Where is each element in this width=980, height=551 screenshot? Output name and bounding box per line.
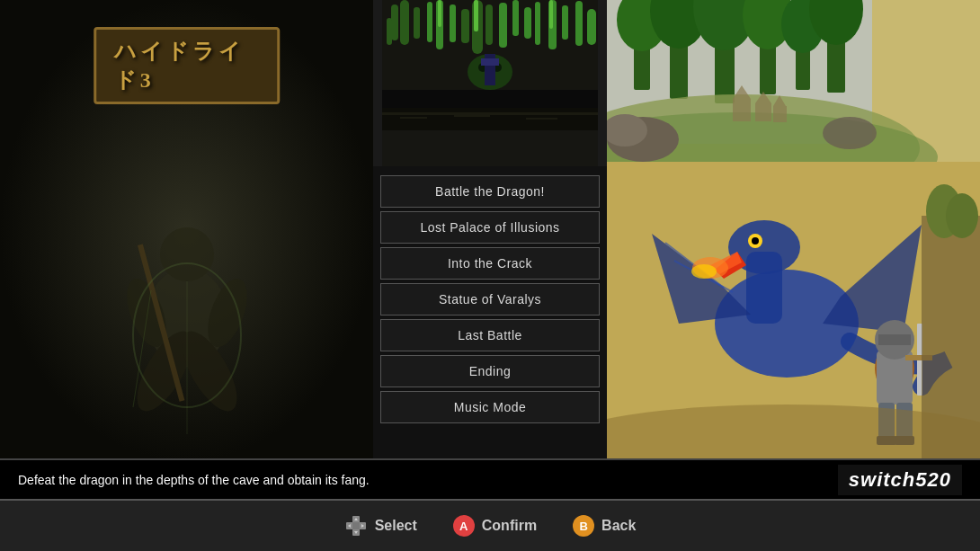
right-panel-artwork bbox=[607, 0, 980, 461]
svg-rect-20 bbox=[461, 9, 469, 43]
svg-rect-29 bbox=[562, 5, 568, 40]
svg-rect-21 bbox=[427, 2, 432, 42]
svg-rect-41 bbox=[382, 112, 598, 115]
svg-rect-16 bbox=[400, 0, 409, 45]
svg-rect-32 bbox=[438, 0, 441, 27]
menu-item-music-mode[interactable]: Music Mode bbox=[380, 391, 600, 423]
dpad-svg bbox=[344, 514, 368, 538]
status-description: Defeat the dragon in the depths of the c… bbox=[18, 473, 838, 487]
confirm-label: Confirm bbox=[482, 518, 537, 534]
menu-item-statue-varalys[interactable]: Statue of Varalys bbox=[380, 283, 600, 315]
svg-rect-104 bbox=[352, 522, 360, 529]
svg-rect-14 bbox=[391, 4, 398, 40]
menu-item-lost-palace[interactable]: Lost Palace of Illusions bbox=[380, 211, 600, 244]
right-panel: EGG console ECSW-0010 Ver 1.0.0 bbox=[607, 0, 980, 461]
svg-point-99 bbox=[607, 404, 980, 461]
svg-rect-43 bbox=[454, 115, 490, 117]
svg-rect-45 bbox=[382, 130, 598, 166]
svg-rect-24 bbox=[499, 3, 507, 48]
back-label: Back bbox=[601, 518, 636, 534]
select-label: Select bbox=[375, 518, 417, 534]
game-preview bbox=[373, 0, 607, 166]
svg-rect-26 bbox=[524, 7, 531, 39]
menu-item-into-crack[interactable]: Into the Crack bbox=[380, 247, 600, 280]
controls-bar: Select A Confirm B Back bbox=[0, 499, 980, 551]
svg-rect-30 bbox=[575, 1, 583, 46]
svg-rect-89 bbox=[878, 334, 911, 345]
svg-rect-19 bbox=[486, 4, 493, 45]
status-bar: Defeat the dragon in the depths of the c… bbox=[0, 458, 980, 499]
svg-point-70 bbox=[823, 117, 877, 149]
svg-rect-15 bbox=[387, 18, 392, 45]
figure-silhouette bbox=[61, 156, 313, 443]
svg-rect-17 bbox=[414, 7, 420, 39]
dpad-icon bbox=[344, 514, 368, 538]
svg-point-84 bbox=[691, 264, 717, 279]
svg-point-3 bbox=[160, 227, 214, 281]
menu-item-ending[interactable]: Ending bbox=[380, 355, 600, 387]
b-button-icon: B bbox=[573, 515, 594, 537]
a-button-icon: A bbox=[453, 515, 475, 537]
svg-rect-27 bbox=[535, 2, 540, 45]
svg-point-98 bbox=[946, 193, 978, 238]
svg-rect-39 bbox=[481, 58, 499, 66]
svg-rect-33 bbox=[474, 0, 478, 31]
center-panel: Battle the Dragon! Lost Palace of Illusi… bbox=[373, 0, 607, 461]
menu-item-battle-dragon[interactable]: Battle the Dragon! bbox=[380, 175, 600, 208]
left-panel-background: ハイドライド3 bbox=[0, 0, 373, 461]
svg-rect-44 bbox=[526, 118, 557, 120]
svg-rect-62 bbox=[733, 99, 751, 121]
svg-rect-34 bbox=[549, 0, 553, 29]
confirm-control: A Confirm bbox=[453, 515, 537, 537]
svg-rect-66 bbox=[773, 106, 787, 122]
svg-point-76 bbox=[752, 237, 759, 244]
svg-rect-31 bbox=[587, 9, 596, 45]
svg-rect-64 bbox=[755, 103, 771, 121]
svg-rect-25 bbox=[512, 0, 519, 36]
select-control: Select bbox=[344, 514, 417, 538]
back-control: B Back bbox=[573, 515, 636, 537]
watermark: switch520 bbox=[838, 465, 962, 495]
left-panel: ハイドライド3 bbox=[0, 0, 373, 461]
svg-rect-23 bbox=[450, 4, 456, 42]
menu-list: Battle the Dragon! Lost Palace of Illusi… bbox=[373, 166, 607, 432]
svg-rect-42 bbox=[400, 117, 427, 119]
menu-item-last-battle[interactable]: Last Battle bbox=[380, 319, 600, 351]
game-logo: ハイドライド3 bbox=[94, 27, 281, 104]
pixel-art-preview bbox=[382, 0, 598, 166]
game-logo-text: ハイドライド3 bbox=[114, 37, 260, 94]
